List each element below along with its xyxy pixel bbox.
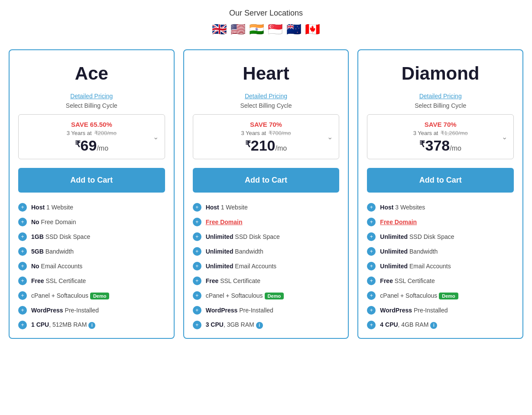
price-symbol: ₹ xyxy=(75,140,81,148)
feature-item: + Unlimited Email Accounts xyxy=(367,262,514,270)
feature-item: + Free Domain xyxy=(193,218,340,226)
plus-circle-icon: + xyxy=(193,232,201,241)
plus-circle-icon: + xyxy=(367,247,376,256)
plan-card-heart: Heart Detailed Pricing Select Billing Cy… xyxy=(183,49,349,339)
chevron-down-icon: ⌄ xyxy=(327,133,333,141)
feature-item: + Unlimited SSD Disk Space xyxy=(193,232,340,241)
feature-item: + 3 CPU, 3GB RAMi xyxy=(193,321,340,329)
feature-item: + No Email Accounts xyxy=(18,262,165,270)
plus-circle-icon: + xyxy=(367,262,376,270)
detailed-pricing-link-ace[interactable]: Detailed Pricing xyxy=(18,93,165,100)
plus-circle-icon: + xyxy=(18,277,27,285)
demo-badge: Demo xyxy=(90,293,110,299)
feature-item: + WordPress Pre-Installed xyxy=(367,306,514,315)
plus-circle-icon: + xyxy=(193,218,201,226)
years-line-ace: 3 Years at ₹200/mo xyxy=(26,130,158,136)
plus-circle-icon: + xyxy=(367,306,376,315)
pricing-box-diamond[interactable]: SAVE 70% 3 Years at ₹1,260/mo ₹ 378 /mo … xyxy=(367,114,514,159)
feature-item: + Free SSL Certificate xyxy=(367,277,514,285)
feature-item: + WordPress Pre-Installed xyxy=(18,306,165,315)
plan-name-diamond: Diamond xyxy=(367,63,514,84)
flag-icon: 🇮🇳 xyxy=(249,22,264,36)
price-symbol: ₹ xyxy=(419,140,425,148)
add-to-cart-button-diamond[interactable]: Add to Cart xyxy=(367,168,514,193)
plus-circle-icon: + xyxy=(193,277,201,285)
info-icon[interactable]: i xyxy=(430,322,437,329)
plus-circle-icon: + xyxy=(193,203,201,212)
feature-item: + Host 3 Websites xyxy=(367,203,514,212)
original-price-heart: ₹700/mo xyxy=(269,130,291,136)
price-amount: 69 xyxy=(81,138,97,153)
save-badge-diamond: SAVE 70% xyxy=(374,121,506,128)
add-to-cart-button-heart[interactable]: Add to Cart xyxy=(193,168,340,193)
current-price-heart: ₹ 210 /mo xyxy=(200,138,332,153)
feature-text: Free Domain xyxy=(206,219,243,225)
feature-item: + Unlimited SSD Disk Space xyxy=(367,232,514,241)
plus-circle-icon: + xyxy=(193,262,201,270)
detailed-pricing-link-heart[interactable]: Detailed Pricing xyxy=(193,93,340,100)
feature-item: + Unlimited Bandwidth xyxy=(367,247,514,256)
pricing-box-ace[interactable]: SAVE 65.50% 3 Years at ₹200/mo ₹ 69 /mo … xyxy=(18,114,165,159)
years-text: 3 Years at xyxy=(67,130,92,136)
feature-item: + cPanel + SoftaculousDemo xyxy=(193,291,340,300)
plus-circle-icon: + xyxy=(367,218,376,226)
info-icon[interactable]: i xyxy=(256,322,263,329)
feature-text: 4 CPU, 4GB RAMi xyxy=(380,321,437,329)
free-domain-link[interactable]: Free Domain xyxy=(380,219,417,225)
original-price-diamond: ₹1,260/mo xyxy=(441,130,467,136)
server-locations-title: Our Server Locations xyxy=(9,9,523,18)
features-list-heart: + Host 1 Website + Free Domain + Unlimit… xyxy=(193,203,340,329)
feature-item: + No Free Domain xyxy=(18,218,165,226)
plus-circle-icon: + xyxy=(18,262,27,270)
feature-text: Host 3 Websites xyxy=(380,204,425,211)
feature-text: 3 CPU, 3GB RAMi xyxy=(206,321,263,329)
feature-text: No Free Domain xyxy=(31,219,76,225)
years-text: 3 Years at xyxy=(413,130,438,136)
save-badge-ace: SAVE 65.50% xyxy=(26,121,158,128)
feature-item: + 5GB Bandwidth xyxy=(18,247,165,256)
flag-icon: 🇺🇸 xyxy=(230,22,246,36)
features-list-diamond: + Host 3 Websites + Free Domain + Unlimi… xyxy=(367,203,514,329)
feature-text: Unlimited Email Accounts xyxy=(380,263,451,270)
price-amount: 378 xyxy=(425,138,450,153)
feature-text: Free SSL Certificate xyxy=(206,277,260,284)
info-icon[interactable]: i xyxy=(88,322,95,329)
feature-text: Free SSL Certificate xyxy=(380,277,435,284)
price-per-mo: /mo xyxy=(450,145,461,152)
feature-item: + cPanel + SoftaculousDemo xyxy=(367,291,514,300)
feature-item: + Free Domain xyxy=(367,218,514,226)
feature-text: 1 CPU, 512MB RAMi xyxy=(31,321,95,329)
feature-text: cPanel + SoftaculousDemo xyxy=(380,292,458,299)
feature-item: + 4 CPU, 4GB RAMi xyxy=(367,321,514,329)
feature-text: WordPress Pre-Installed xyxy=(206,307,273,314)
feature-text: Unlimited SSD Disk Space xyxy=(206,233,280,240)
plus-circle-icon: + xyxy=(18,321,27,329)
feature-item: + Unlimited Bandwidth xyxy=(193,247,340,256)
flag-icon: 🇬🇧 xyxy=(212,22,227,36)
billing-cycle-label-diamond: Select Billing Cycle xyxy=(367,102,514,109)
feature-item: + cPanel + SoftaculousDemo xyxy=(18,291,165,300)
feature-text: Free SSL Certificate xyxy=(31,277,86,284)
plus-circle-icon: + xyxy=(18,306,27,315)
pricing-box-heart[interactable]: SAVE 70% 3 Years at ₹700/mo ₹ 210 /mo ⌄ xyxy=(193,114,340,159)
feature-item: + 1GB SSD Disk Space xyxy=(18,232,165,241)
feature-text: Unlimited Bandwidth xyxy=(206,248,263,255)
feature-text: 5GB Bandwidth xyxy=(31,248,74,255)
feature-text: Unlimited SSD Disk Space xyxy=(380,233,454,240)
original-price-ace: ₹200/mo xyxy=(94,130,117,136)
years-line-diamond: 3 Years at ₹1,260/mo xyxy=(374,130,506,136)
feature-text: Free Domain xyxy=(380,219,417,225)
feature-text: Host 1 Website xyxy=(31,204,73,211)
feature-item: + Unlimited Email Accounts xyxy=(193,262,340,270)
detailed-pricing-link-diamond[interactable]: Detailed Pricing xyxy=(367,93,514,100)
feature-item: + Host 1 Website xyxy=(18,203,165,212)
price-amount: 210 xyxy=(251,138,276,153)
save-badge-heart: SAVE 70% xyxy=(200,121,332,128)
demo-badge: Demo xyxy=(439,293,458,299)
flag-icon: 🇨🇦 xyxy=(305,22,320,36)
plus-circle-icon: + xyxy=(193,247,201,256)
free-domain-link[interactable]: Free Domain xyxy=(206,219,243,225)
chevron-down-icon: ⌄ xyxy=(153,133,159,141)
feature-item: + Host 1 Website xyxy=(193,203,340,212)
add-to-cart-button-ace[interactable]: Add to Cart xyxy=(18,168,165,193)
